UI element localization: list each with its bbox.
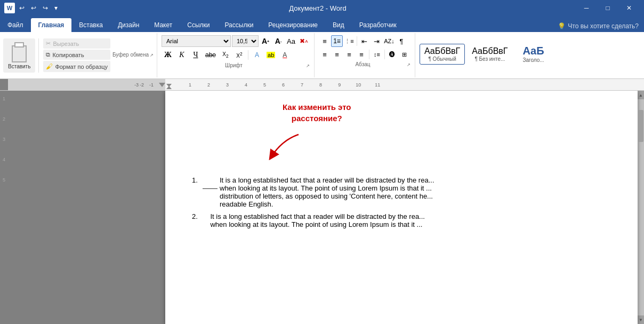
list-num-1: 1. [192,176,203,184]
font-group-label: Шрифт [162,62,306,68]
tab-references[interactable]: Ссылки [180,18,217,32]
bold-button[interactable]: Ж [162,49,174,61]
ruler-left-margin [0,79,8,90]
numbering-button[interactable]: 1≡ [331,35,343,47]
clipboard-expand-icon[interactable]: ↗ [150,53,154,58]
superscript-button[interactable]: X2 [233,49,246,61]
margin-num-5: 5 [3,177,5,183]
maximize-button[interactable]: □ [597,0,618,16]
justify-button[interactable]: ≡ [356,49,367,60]
word-app-icon: W [4,3,15,13]
line-spacing-button[interactable]: ↕≡ [371,49,383,60]
style-no-spacing[interactable]: АаБбВвГ ¶ Без инте... [467,44,512,65]
scroll-up-button[interactable]: ▲ [638,91,644,99]
scroll-down-button[interactable]: ▼ [638,315,644,324]
arrow-svg [267,129,309,161]
title-bar-left: W ↩ ↩ ↪ ▾ [4,3,60,13]
undo-button2[interactable]: ↩ [29,3,38,13]
align-left-button[interactable]: ≡ [319,49,331,60]
left-margin-numbers: 1 2 3 4 5 [0,91,8,324]
shading-button[interactable]: 🅐 [387,49,398,60]
italic-button[interactable]: К [175,49,188,61]
para-row2: ≡ ≡ ≡ ≡ ↕≡ 🅐 ⊞ [319,49,410,60]
tab-file[interactable]: Файл [0,18,31,32]
arrow-annotation [267,129,309,163]
cut-label: Вырезать [53,41,79,47]
scroll-up-icon: ▲ [639,93,643,98]
list-num-2: 2. [192,212,203,220]
decrease-indent-button[interactable]: ⇤ [359,35,371,47]
copy-button[interactable]: ⧉ Копировать [43,50,110,60]
style-normal[interactable]: АаБбВвГ ¶ Обычный [420,44,465,65]
highlight-button[interactable]: ab [264,49,277,61]
window-title: Документ2 - Word [60,4,576,12]
font-controls: Arial 10,5 A+ A- Aa ✖A Ж К Ч [162,35,310,61]
font-color-button[interactable]: A [278,49,291,61]
undo-button[interactable]: ↩ [17,3,27,13]
scroll-thumb[interactable] [638,110,643,142]
show-marks-button[interactable]: ¶ [396,35,407,47]
window-controls: ─ □ ✕ [576,0,640,16]
ruler-home-marker[interactable] [166,84,172,89]
redo-button[interactable]: ↪ [41,3,50,13]
close-button[interactable]: ✕ [618,0,640,16]
styles-group: АаБбВвГ ¶ Обычный АаБбВвГ ¶ Без инте... … [415,33,557,77]
sort-button[interactable]: AZ↓ [383,35,395,47]
style-heading1[interactable]: АаБ Заголо... [514,42,552,66]
tab-insert[interactable]: Вставка [71,18,110,32]
bullets-button[interactable]: ≡ [319,35,331,47]
font-name-select[interactable]: Arial [162,35,231,47]
customize-button[interactable]: ▾ [52,3,60,13]
clipboard-actions: ✂ Вырезать ⧉ Копировать 🖌 Формат по обра… [41,37,112,73]
vertical-scrollbar[interactable]: ▲ ▼ [638,91,644,324]
text-effect-icon: A [255,51,259,59]
change-case-button[interactable]: Aa [285,35,297,47]
margin-num-4: 4 [3,157,5,162]
left-gutter [8,91,165,324]
list-text-1[interactable]: It is a long established fact that a rea… [220,176,434,208]
clear-format-button[interactable]: ✖A [298,35,310,47]
highlight-icon: ab [267,52,275,58]
format-painter-button[interactable]: 🖌 Формат по образцу [43,61,110,72]
paragraph-controls: ≡ 1≡ ⋮≡ ⇤ ⇥ AZ↓ ¶ ≡ ≡ ≡ ≡ ↕≡ 🅐 ⊞ [319,35,410,60]
tab-layout[interactable]: Макет [147,18,180,32]
clipboard-group-footer: Буфер обмена ↗ [112,52,154,59]
font-color-icon: A [283,51,287,59]
paragraph-group-footer: Абзац ↗ [319,60,410,67]
list-text-2[interactable]: It is a long established fact that a rea… [210,212,425,228]
tab-review[interactable]: Рецензирование [261,18,325,32]
annotation-container: Как изменить это расстояние? [283,101,351,124]
ribbon-search[interactable]: 💡 Что вы хотите сделать? [552,20,644,32]
tab-view[interactable]: Вид [325,18,352,32]
annotation-line1: Как изменить это [283,102,351,112]
paste-button[interactable]: Вставить [3,38,35,73]
underline-icon: Ч [193,51,198,59]
subscript-button[interactable]: X2 [219,49,232,61]
tab-developer[interactable]: Разработчик [352,18,404,32]
multilevel-list-button[interactable]: ⋮≡ [343,35,355,47]
text-effect-button[interactable]: A [251,49,263,61]
cut-button[interactable]: ✂ Вырезать [43,38,110,49]
font-size-select[interactable]: 10,5 [232,35,259,47]
borders-button[interactable]: ⊞ [399,49,410,60]
font-expand-icon[interactable]: ↗ [306,64,310,68]
style-heading1-label: Заголо... [522,57,544,63]
para-row1: ≡ 1≡ ⋮≡ ⇤ ⇥ AZ↓ ¶ [319,35,410,47]
tab-mailings[interactable]: Рассылки [218,18,261,32]
document-page[interactable]: Как изменить это расстояние? 1. [165,91,638,324]
align-right-button[interactable]: ≡ [343,49,355,60]
underline-button[interactable]: Ч [189,49,202,61]
minimize-button[interactable]: ─ [576,0,597,16]
font-grow-button[interactable]: A+ [260,35,271,47]
paragraph-expand-icon[interactable]: ↗ [407,62,410,67]
align-center-button[interactable]: ≡ [331,49,343,60]
increase-indent-button[interactable]: ⇥ [371,35,383,47]
strikethrough-button[interactable]: abe [203,49,218,61]
ruler-indent-marker[interactable] [159,83,165,87]
tab-home[interactable]: Главная [31,18,72,32]
lightbulb-icon: 💡 [558,22,566,30]
separator2 [357,36,357,46]
font-shrink-button[interactable]: A- [272,35,284,47]
font-row1: Arial 10,5 A+ A- Aa ✖A [162,35,310,47]
tab-design[interactable]: Дизайн [110,18,147,32]
